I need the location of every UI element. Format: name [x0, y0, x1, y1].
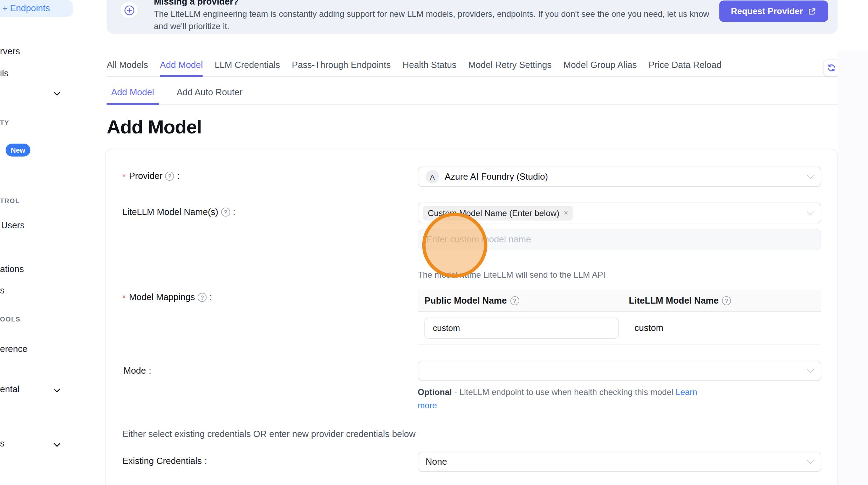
- chevron-down-icon: [807, 208, 814, 215]
- provider-label-text: Provider: [129, 171, 162, 181]
- model-names-label-text: LiteLLM Model Name(s): [122, 207, 218, 217]
- colon: :: [177, 171, 179, 181]
- external-link-icon: [808, 7, 816, 15]
- help-icon[interactable]: ?: [221, 208, 230, 217]
- refresh-icon: [827, 63, 836, 72]
- colon: :: [233, 207, 235, 217]
- existing-credentials-label: Existing Credentials :: [122, 456, 207, 466]
- chevron-down-icon[interactable]: [53, 386, 60, 393]
- provider-select[interactable]: A Azure AI Foundry (Studio): [418, 167, 821, 187]
- mode-label: Mode :: [123, 366, 151, 376]
- existing-credentials-label-text: Existing Credentials: [122, 456, 202, 466]
- model-name-helper-text: The model name LiteLLM will send to the …: [418, 270, 606, 279]
- provider-label: * Provider ? :: [122, 171, 179, 181]
- tab-all-models[interactable]: All Models: [107, 58, 148, 76]
- model-mappings-table: Public Model Name ? LiteLLM Model Name ?…: [418, 290, 821, 345]
- missing-provider-banner: Missing a provider? The LiteLLM engineer…: [107, 0, 838, 34]
- provider-value: Azure AI Foundry (Studio): [445, 172, 548, 182]
- required-asterisk: *: [122, 171, 125, 181]
- colon: :: [210, 292, 212, 303]
- mode-select[interactable]: [418, 361, 821, 381]
- tab-price-data-reload[interactable]: Price Data Reload: [649, 58, 722, 76]
- right-gutter: [838, 50, 868, 485]
- colon: :: [205, 456, 207, 466]
- public-model-name-header-text: Public Model Name: [424, 296, 507, 306]
- tab-health-status[interactable]: Health Status: [403, 58, 457, 76]
- model-name-tag: Custom Model Name (Enter below) ✕: [423, 206, 573, 220]
- sidebar-section-header-tools: OOLS: [0, 316, 21, 323]
- sidebar-item-guardrails[interactable]: ils: [0, 68, 8, 78]
- add-model-subtabs: Add Model Add Auto Router: [107, 84, 838, 105]
- public-model-name-input[interactable]: [424, 317, 618, 339]
- litellm-model-name-header-text: LiteLLM Model Name: [629, 296, 718, 306]
- litellm-model-name-value: custom: [634, 323, 663, 333]
- request-provider-label: Request Provider: [731, 6, 803, 16]
- existing-credentials-value: None: [425, 457, 447, 467]
- public-model-name-header: Public Model Name ?: [424, 296, 629, 306]
- model-names-label: LiteLLM Model Name(s) ? :: [122, 207, 235, 217]
- app-window: + Endpoints rvers ils TY New TROL Users …: [0, 0, 868, 485]
- chevron-down-icon: [807, 457, 814, 464]
- provider-avatar: A: [425, 170, 439, 183]
- sidebar-item-organizations[interactable]: ations: [0, 264, 24, 275]
- sidebar-item-inference[interactable]: erence: [0, 344, 27, 354]
- tab-model-group-alias[interactable]: Model Group Alias: [563, 58, 637, 76]
- mode-label-text: Mode: [123, 366, 146, 376]
- request-provider-button[interactable]: Request Provider: [719, 1, 828, 22]
- credentials-note: Either select existing credentials OR en…: [122, 429, 415, 439]
- required-asterisk: *: [122, 293, 125, 302]
- mode-helper-bold: Optional: [418, 387, 452, 396]
- sidebar-section-header: TY: [0, 119, 9, 126]
- mode-helper-text: Optional - LiteLLM endpoint to use when …: [418, 386, 703, 413]
- litellm-model-name-header: LiteLLM Model Name ?: [629, 296, 731, 306]
- mappings-data-row: custom: [418, 312, 821, 345]
- chevron-down-icon[interactable]: [53, 89, 60, 96]
- chevron-down-icon: [807, 366, 814, 373]
- sidebar-item-experimental[interactable]: ental: [0, 384, 20, 394]
- chevron-down-icon: [807, 172, 814, 179]
- sidebar-item-settings[interactable]: s: [0, 439, 5, 449]
- mappings-header-row: Public Model Name ? LiteLLM Model Name ?: [418, 290, 821, 312]
- custom-model-name-input[interactable]: [418, 229, 821, 250]
- model-mappings-label-text: Model Mappings: [129, 292, 195, 303]
- mode-helper-body: - LiteLLM endpoint to use when health ch…: [452, 387, 676, 396]
- sidebar-item-label: + Endpoints: [2, 4, 50, 14]
- close-icon[interactable]: ✕: [563, 209, 568, 217]
- help-icon[interactable]: ?: [198, 293, 207, 302]
- page-title: Add Model: [107, 116, 201, 138]
- help-icon[interactable]: ?: [165, 172, 175, 181]
- sidebar-item-models-endpoints[interactable]: + Endpoints: [0, 0, 73, 17]
- new-badge: New: [6, 144, 30, 157]
- banner-description: The LiteLLM engineering team is constant…: [154, 8, 718, 32]
- existing-credentials-select[interactable]: None: [418, 452, 821, 472]
- sidebar: + Endpoints rvers ils TY New TROL Users …: [0, 0, 84, 485]
- model-hub-tabs: All Models Add Model LLM Credentials Pas…: [107, 58, 838, 77]
- sidebar-item-teams[interactable]: s: [0, 285, 5, 296]
- chevron-down-icon[interactable]: [53, 440, 60, 447]
- sidebar-section-header-access-control: TROL: [0, 198, 20, 204]
- model-mappings-label: * Model Mappings ? :: [122, 292, 212, 303]
- model-name-tag-label: Custom Model Name (Enter below): [428, 208, 559, 217]
- sidebar-item-internal-users[interactable]: Users: [1, 221, 25, 231]
- subtab-add-auto-router[interactable]: Add Auto Router: [172, 84, 247, 104]
- subtab-add-model[interactable]: Add Model: [107, 84, 158, 105]
- tab-llm-credentials[interactable]: LLM Credentials: [215, 58, 280, 76]
- banner-title: Missing a provider?: [154, 0, 239, 7]
- tab-pass-through-endpoints[interactable]: Pass-Through Endpoints: [292, 58, 391, 76]
- help-icon[interactable]: ?: [510, 296, 519, 305]
- tab-add-model[interactable]: Add Model: [160, 58, 203, 77]
- colon: :: [149, 366, 151, 376]
- help-icon[interactable]: ?: [722, 296, 731, 305]
- tab-model-retry-settings[interactable]: Model Retry Settings: [468, 58, 552, 76]
- model-names-multiselect[interactable]: Custom Model Name (Enter below) ✕: [418, 202, 821, 223]
- sidebar-item-mcp-servers[interactable]: rvers: [0, 47, 20, 57]
- plus-circle-icon: [121, 2, 137, 19]
